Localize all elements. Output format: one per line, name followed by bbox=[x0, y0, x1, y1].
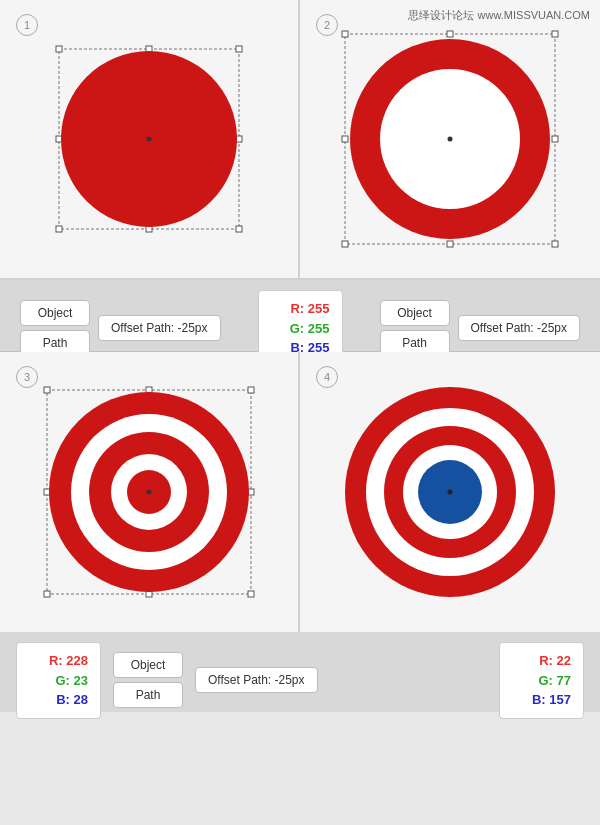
svg-rect-14 bbox=[342, 241, 348, 247]
object-btn-bottom[interactable]: Object bbox=[113, 652, 183, 678]
svg-rect-19 bbox=[342, 136, 348, 142]
svg-rect-17 bbox=[552, 136, 558, 142]
path-btn-bottom[interactable]: Path bbox=[113, 682, 183, 708]
offset-btn-bottom[interactable]: Offset Path: -25px bbox=[195, 667, 318, 693]
svg-rect-1 bbox=[56, 46, 62, 52]
svg-rect-13 bbox=[552, 31, 558, 37]
offset-btn-left[interactable]: Offset Path: -25px bbox=[98, 315, 221, 341]
circle-3-svg bbox=[39, 382, 259, 602]
svg-rect-15 bbox=[552, 241, 558, 247]
svg-rect-16 bbox=[447, 31, 453, 37]
svg-point-37 bbox=[147, 490, 152, 495]
color-b-bottom-right: B: 157 bbox=[512, 690, 571, 710]
color-g-bottom-right: G: 77 bbox=[512, 671, 571, 691]
circle-4-svg bbox=[335, 382, 565, 602]
info-left: Object Path Offset Path: -25px bbox=[20, 300, 258, 356]
object-btn-right[interactable]: Object bbox=[380, 300, 450, 326]
watermark: 思绎设计论坛 www.MISSVUAN.COM bbox=[408, 8, 590, 23]
panel-3: 3 bbox=[0, 352, 300, 632]
object-btn-left[interactable]: Object bbox=[20, 300, 90, 326]
panel-number-3: 3 bbox=[16, 366, 38, 388]
svg-rect-12 bbox=[342, 31, 348, 37]
color-r-top: R: 255 bbox=[271, 299, 330, 319]
panel-number-2: 2 bbox=[316, 14, 338, 36]
bottom-bar: R: 228 G: 23 B: 28 Object Path Offset Pa… bbox=[0, 632, 600, 712]
panel-4: 4 bbox=[300, 352, 600, 632]
svg-rect-2 bbox=[236, 46, 242, 52]
panel-1: 1 bbox=[0, 0, 300, 280]
svg-rect-25 bbox=[248, 387, 254, 393]
color-g-bottom: G: 23 bbox=[29, 671, 88, 691]
btn-group-left: Object Path bbox=[20, 300, 90, 356]
info-right: Object Path Offset Path: -25px bbox=[343, 300, 581, 356]
svg-point-10 bbox=[147, 137, 152, 142]
svg-rect-3 bbox=[56, 226, 62, 232]
panel-2: 2 bbox=[300, 0, 600, 280]
main-grid: 1 2 bbox=[0, 0, 600, 712]
info-bar-top: Object Path Offset Path: -25px R: 255 G:… bbox=[0, 280, 600, 352]
btn-group-right: Object Path bbox=[380, 300, 450, 356]
color-b-bottom: B: 28 bbox=[29, 690, 88, 710]
panel-number-4: 4 bbox=[316, 366, 338, 388]
svg-rect-26 bbox=[44, 591, 50, 597]
offset-btn-right[interactable]: Offset Path: -25px bbox=[458, 315, 581, 341]
panel-number-1: 1 bbox=[16, 14, 38, 36]
svg-rect-27 bbox=[248, 591, 254, 597]
btn-group-bottom: Object Path bbox=[113, 652, 183, 708]
svg-rect-24 bbox=[44, 387, 50, 393]
svg-rect-4 bbox=[236, 226, 242, 232]
svg-point-22 bbox=[448, 137, 453, 142]
circle-2-svg bbox=[335, 24, 565, 254]
color-r-bottom-right: R: 22 bbox=[512, 651, 571, 671]
color-box-bottom-right: R: 22 G: 77 B: 157 bbox=[499, 642, 584, 719]
color-box-bottom-left: R: 228 G: 23 B: 28 bbox=[16, 642, 101, 719]
circle-1-svg bbox=[44, 34, 254, 244]
color-g-top: G: 255 bbox=[271, 319, 330, 339]
offset-container-bottom: Offset Path: -25px bbox=[195, 667, 487, 693]
color-r-bottom: R: 228 bbox=[29, 651, 88, 671]
svg-point-43 bbox=[448, 490, 453, 495]
svg-rect-18 bbox=[447, 241, 453, 247]
